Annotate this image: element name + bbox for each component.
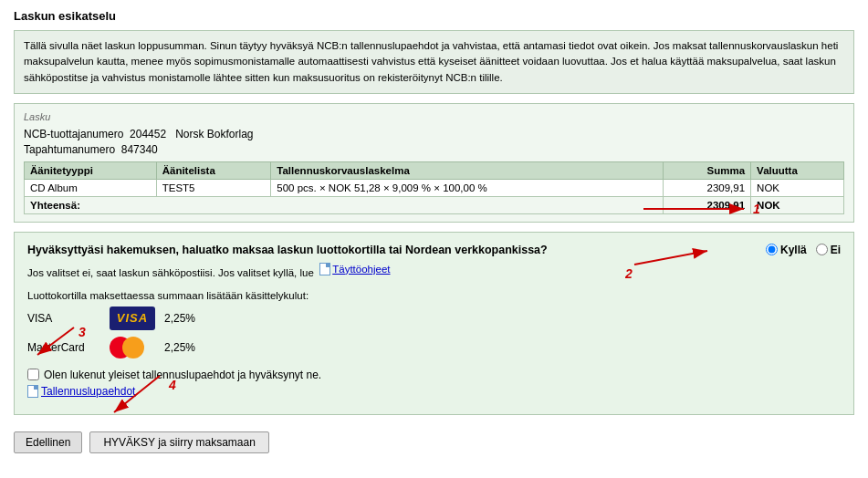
terms-link-text: Tallennuslupaehdot	[41, 385, 135, 398]
terms-link[interactable]: Tallennuslupaehdot	[27, 385, 841, 398]
kyllä-text: Kyllä	[780, 244, 807, 256]
prev-button[interactable]: Edellinen	[14, 431, 82, 453]
cell-aanitelista: TEST5	[156, 179, 271, 196]
ei-text: Ei	[831, 244, 841, 256]
cell-summa: 2309,91	[663, 179, 750, 196]
payment-question-text: Hyväksyttyäsi hakemuksen, haluatko maksa…	[27, 244, 548, 256]
footer-buttons: Edellinen HYVÄKSY ja siirry maksamaan 4	[14, 424, 854, 453]
total-summa: 2309,91	[663, 196, 750, 213]
radio-group: Kyllä Ei	[766, 244, 841, 256]
mastercard-row: MasterCard 2,25%	[27, 336, 841, 359]
terms-text: Olen lukenut yleiset tallennuslupaehdot …	[44, 369, 321, 381]
terms-checkbox[interactable]	[27, 369, 39, 380]
payment-section: Hyväksyttyäsi hakemuksen, haluatko maksa…	[14, 232, 854, 415]
ncb-name: Norsk Bokforlag	[175, 128, 253, 140]
col-header-aanitelista: Äänitelista	[156, 161, 271, 179]
terms-section: Olen lukenut yleiset tallennuslupaehdot …	[27, 369, 841, 398]
visa-name: VISA	[27, 312, 100, 325]
page-title: Laskun esikatselu	[14, 9, 854, 23]
mc-name: MasterCard	[27, 341, 100, 354]
visa-percent: 2,25%	[164, 312, 195, 325]
mc-percent: 2,25%	[164, 341, 195, 354]
lasku-table: Äänitetyyppi Äänitelista Tallennuskorvau…	[24, 161, 844, 214]
payment-question: Hyväksyttyäsi hakemuksen, haluatko maksa…	[27, 244, 841, 256]
mc-logo	[110, 336, 155, 359]
payment-info-text: Jos valitset ei, saat laskun sähköpostii…	[27, 266, 314, 277]
tapah-row: Tapahtumanumero 847340	[24, 143, 844, 156]
cell-aanitetyyppi: CD Album	[25, 179, 157, 196]
col-header-summa: Summa	[663, 161, 750, 179]
cell-laskelma: 500 pcs. × NOK 51,28 × 9,009 % × 100,00 …	[271, 179, 664, 196]
radio-ei-label[interactable]: Ei	[816, 244, 841, 256]
info-text: Tällä sivulla näet laskun loppusumman. S…	[24, 40, 838, 83]
visa-row: VISA VISA 2,25%	[27, 307, 841, 330]
mc-circle-orange	[122, 337, 144, 358]
total-label: Yhteensä:	[25, 196, 664, 213]
col-header-aanitetyyppi: Äänitetyyppi	[25, 161, 157, 179]
taytto-label: Täyttöohjeet	[332, 262, 390, 277]
lasku-label: Lasku	[24, 111, 844, 122]
taytto-link[interactable]: Täyttöohjeet	[319, 262, 390, 277]
ncb-label: NCB-tuottajanumero	[24, 128, 123, 140]
radio-kyllä[interactable]	[766, 244, 778, 255]
ncb-value: 204452	[130, 128, 166, 140]
col-header-laskelma: Tallennuskorvauslaskelma	[271, 161, 664, 179]
tapah-value: 847340	[121, 143, 158, 156]
visa-logo: VISA	[110, 307, 155, 330]
radio-kyllä-label[interactable]: Kyllä	[766, 244, 807, 256]
table-row: CD Album TEST5 500 pcs. × NOK 51,28 × 9,…	[25, 179, 844, 196]
terms-doc-icon	[27, 385, 38, 398]
radio-ei[interactable]	[816, 244, 828, 255]
accept-button[interactable]: HYVÄKSY ja siirry maksamaan	[89, 431, 269, 453]
tapah-label: Tapahtumanumero	[24, 143, 115, 156]
ncb-row: NCB-tuottajanumero 204452 Norsk Bokforla…	[24, 128, 844, 140]
lasku-section: Lasku NCB-tuottajanumero 204452 Norsk Bo…	[14, 103, 854, 223]
cell-valuutta: NOK	[751, 179, 844, 196]
info-box: Tällä sivulla näet laskun loppusumman. S…	[14, 30, 854, 94]
total-row: Yhteensä: 2309,91 NOK	[25, 196, 844, 213]
total-valuutta: NOK	[751, 196, 844, 213]
col-header-valuutta: Valuutta	[751, 161, 844, 179]
kasittely-label: Luottokortilla maksettaessa summaan lisä…	[27, 290, 841, 301]
terms-check-row: Olen lukenut yleiset tallennuslupaehdot …	[27, 369, 841, 381]
payment-info: Jos valitset ei, saat laskun sähköpostii…	[27, 262, 841, 281]
doc-icon	[319, 263, 330, 275]
